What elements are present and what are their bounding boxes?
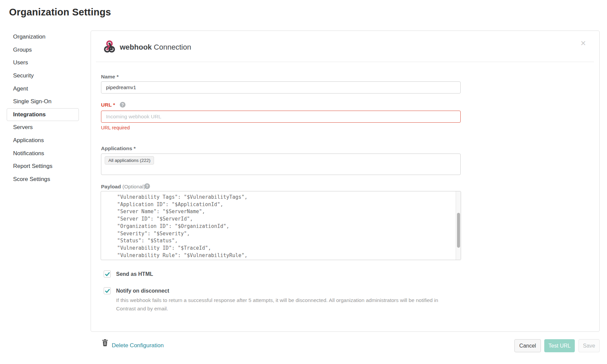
delete-configuration-link[interactable]: Delete Configuration: [112, 342, 164, 349]
sidebar-item-score-settings[interactable]: Score Settings: [7, 173, 79, 186]
name-input[interactable]: [101, 81, 461, 94]
sidebar-item-applications[interactable]: Applications: [7, 134, 79, 147]
url-help-icon[interactable]: ?: [120, 102, 125, 108]
url-label: URL *: [101, 102, 115, 108]
sidebar-item-groups[interactable]: Groups: [7, 44, 79, 57]
sidebar-item-single-sign-on[interactable]: Single Sign-On: [7, 95, 79, 108]
header-divider: [96, 62, 594, 62]
webhook-icon: [102, 40, 116, 54]
payload-scrollbar-thumb[interactable]: [457, 213, 460, 248]
sidebar-item-servers[interactable]: Servers: [7, 121, 79, 134]
applications-tag: All applications (222): [105, 156, 154, 165]
sidebar-item-notifications[interactable]: Notifications: [7, 147, 79, 160]
name-label: Name *: [101, 74, 119, 80]
notify-on-disconnect-label: Notify on disconnect: [116, 288, 169, 294]
sidebar-item-users[interactable]: Users: [7, 56, 79, 69]
test-url-button[interactable]: Test URL: [544, 339, 575, 352]
checkmark-icon: [104, 288, 110, 294]
payload-content: "Vulnerability Tags": "$VulnerabilityTag…: [105, 194, 453, 259]
payload-textarea[interactable]: "Vulnerability Tags": "$VulnerabilityTag…: [101, 191, 461, 260]
sidebar-item-integrations[interactable]: Integrations: [7, 108, 79, 121]
applications-select[interactable]: All applications (222): [101, 154, 461, 175]
payload-label-optional: (Optional): [122, 184, 145, 189]
sidebar-item-organization[interactable]: Organization: [7, 31, 79, 44]
sidebar-item-security[interactable]: Security: [7, 69, 79, 82]
panel-title-webhook: webhook: [120, 43, 152, 51]
settings-sidebar: Organization Groups Users Security Agent…: [7, 31, 79, 186]
trash-icon: [102, 339, 108, 347]
payload-scrollbar[interactable]: [456, 191, 461, 260]
sidebar-item-report-settings[interactable]: Report Settings: [7, 160, 79, 173]
panel-header: webhookConnection ×: [91, 31, 599, 62]
url-input[interactable]: [101, 111, 461, 123]
payload-label: Payload (Optional): [101, 184, 145, 190]
payload-help-icon[interactable]: ?: [144, 183, 150, 189]
cancel-button[interactable]: Cancel: [514, 339, 541, 352]
applications-label: Applications *: [101, 145, 136, 151]
close-icon[interactable]: ×: [580, 39, 586, 48]
checkmark-icon: [104, 271, 110, 277]
send-as-html-checkbox[interactable]: [104, 270, 111, 278]
url-error-message: URL required: [101, 125, 130, 130]
page-title: Organization Settings: [9, 7, 111, 18]
panel-title-connection: Connection: [154, 43, 191, 51]
payload-label-text: Payload: [101, 184, 121, 189]
send-as-html-label: Send as HTML: [116, 271, 153, 277]
save-button[interactable]: Save: [578, 339, 600, 352]
panel-title: webhookConnection: [120, 43, 191, 52]
notify-on-disconnect-checkbox[interactable]: [104, 287, 111, 294]
sidebar-item-agent[interactable]: Agent: [7, 82, 79, 95]
notify-on-disconnect-description: If this webhook fails to return a succes…: [116, 296, 454, 313]
webhook-connection-panel: webhookConnection × Name * URL * ? URL r…: [91, 31, 600, 332]
organization-settings-page: Organization Settings Organization Group…: [0, 0, 607, 364]
